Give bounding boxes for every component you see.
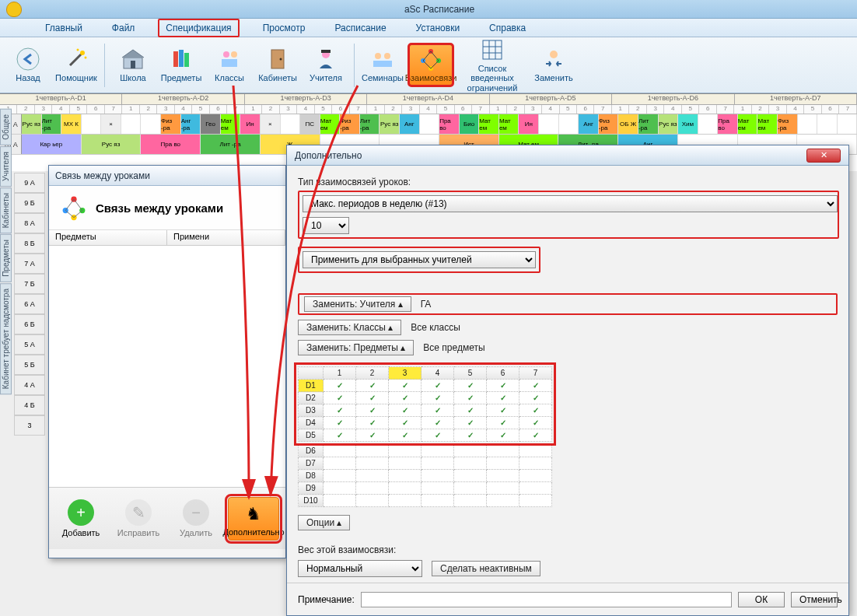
class-label[interactable]: 8 А [14,213,45,233]
change-teachers-button[interactable]: Заменить: Учителя ▴ [304,296,411,312]
menu-спецификация[interactable]: Спецификация [158,19,239,37]
weight-select[interactable]: Нормальный [298,560,422,577]
ribbon-wand[interactable]: Помощник [54,45,98,84]
add-button[interactable]: + Добавить [55,499,107,537]
class-label[interactable]: 6 А [14,294,45,314]
lesson-cell[interactable]: Био [460,114,480,134]
lesson-cell[interactable]: Анг -ра [181,114,201,134]
more-button[interactable]: ♞ Дополнительно [228,497,279,541]
menu-установки[interactable]: Установки [410,20,466,36]
relation-type-select[interactable]: Макс. периодов в неделю (#13) [303,195,838,212]
lesson-cell[interactable]: Физ -ра [340,114,360,134]
lesson-cell[interactable]: Мат ем [757,114,778,134]
class-label[interactable]: 5 А [14,334,45,355]
edit-button[interactable]: ✎ Исправить [113,499,164,537]
menu-расписание[interactable]: Расписание [328,20,392,36]
period-grid-extra[interactable]: D6D7D8D9D10 [298,444,552,507]
ribbon-back[interactable]: Назад [6,45,50,84]
lesson-cell[interactable]: ПС [300,114,320,134]
lesson-cell[interactable] [817,114,838,134]
class-label[interactable]: 8 Б [14,233,45,254]
ribbon-books[interactable]: Предметы [159,45,203,84]
lesson-cell[interactable]: Пра во [439,114,460,134]
ok-button[interactable]: ОК [738,592,785,607]
delete-button[interactable]: − Удалить [170,499,222,537]
apply-to-select[interactable]: Применить для выбранных учителей [303,251,536,268]
lesson-cell[interactable]: Рус яз [659,114,679,134]
ribbon-swap[interactable]: Заменить [532,45,575,84]
ribbon-grid[interactable]: Список введенных ограничений [457,36,527,93]
lesson-cell[interactable]: Пра во [718,114,738,134]
count-select[interactable]: 10 [303,217,349,234]
lesson-cell[interactable]: Ин [519,114,539,134]
class-label[interactable]: 4 А [14,375,45,395]
ribbon-school[interactable]: Школа [111,45,155,84]
lesson-cell[interactable]: Хим [678,114,698,134]
dialog1-body[interactable] [49,246,285,487]
lesson-cell[interactable]: Рус яз [380,114,400,134]
lesson-cell[interactable] [420,114,440,134]
sidetab[interactable]: Предметы [0,234,12,282]
ribbon-teacher[interactable]: Учителя [304,45,348,84]
sidetab[interactable]: Общее [0,109,12,145]
lesson-cell[interactable]: Мат ем [738,114,758,134]
lesson-cell[interactable]: Мат ем [499,114,519,134]
lesson-cell[interactable] [121,114,142,134]
lesson-cell[interactable]: Мат ем [221,114,241,134]
sidetab[interactable]: Учителя [0,146,12,187]
lesson-cell[interactable] [281,114,301,134]
lesson-cell[interactable]: × [101,114,121,134]
lesson-cell[interactable]: Ин [240,114,261,134]
lesson-cell[interactable]: Лит -ра [42,114,62,134]
class-label[interactable]: 4 Б [14,395,45,415]
lesson-cell[interactable] [539,114,559,134]
menu-справка[interactable]: Справка [483,20,532,36]
sidetab[interactable]: Кабинет требует надсмотра [0,283,12,394]
deactivate-button[interactable]: Сделать неактивным [432,561,540,576]
lesson-cell[interactable]: Физ -ра [599,114,619,134]
change-classes-button[interactable]: Заменить: Классы ▴ [298,320,401,335]
lesson-cell[interactable]: Анг [400,114,420,134]
lesson-cell[interactable] [838,114,857,134]
lesson-cell[interactable] [698,114,719,134]
lesson-cell[interactable]: МХ К [61,114,82,134]
options-button[interactable]: Опции ▴ [298,515,350,530]
sidetab[interactable]: Кабинеты [0,187,12,233]
lesson-cell[interactable]: Мат ем [479,114,499,134]
lesson-cell[interactable]: ОБ Ж [618,114,638,134]
lesson-cell[interactable]: Физ -ра [161,114,181,134]
lesson-cell[interactable]: Лит -ра [360,114,380,134]
lesson-cell[interactable]: Лит -ра [201,135,261,154]
lesson-cell[interactable]: Анг [579,114,599,134]
menu-просмотр[interactable]: Просмотр [257,20,312,36]
class-label[interactable]: 3 [14,415,45,436]
class-label[interactable]: 9 Б [14,193,45,213]
class-label[interactable]: 6 Б [14,314,45,334]
lesson-cell[interactable]: Рус яз [82,135,142,154]
cancel-button[interactable]: Отменить [791,592,838,607]
close-button[interactable]: ✕ [806,149,841,163]
class-label[interactable]: 7 Б [14,274,45,294]
period-grid[interactable]: 1234567D1✓✓✓✓✓✓✓D2✓✓✓✓✓✓✓D3✓✓✓✓✓✓✓D4✓✓✓✓… [298,366,552,442]
lesson-cell[interactable]: Пра во [141,135,201,154]
lesson-cell[interactable]: Рус яз [22,114,42,134]
lesson-cell[interactable]: Лит -ра [638,114,659,134]
lesson-cell[interactable]: Физ -ра [778,114,798,134]
lesson-cell[interactable] [798,114,818,134]
change-subjects-button[interactable]: Заменить: Предметы ▴ [298,340,414,355]
ribbon-seminar[interactable]: Семинары [361,45,404,84]
lesson-cell[interactable]: Кар ьер [22,135,82,154]
lesson-cell[interactable] [141,114,161,134]
lesson-cell[interactable] [82,114,102,134]
lesson-cell[interactable]: Гео [201,114,221,134]
class-label[interactable]: 5 Б [14,355,45,375]
lesson-cell[interactable]: Мат ем [320,114,341,134]
class-label[interactable]: 9 А [14,173,45,193]
ribbon-relations[interactable]: Взаимосвязи [409,44,453,85]
lesson-cell[interactable] [559,114,579,134]
menu-файл[interactable]: Файл [106,20,142,36]
class-label[interactable]: 7 А [14,254,45,274]
ribbon-door[interactable]: Кабинеты [256,45,299,84]
note-input[interactable] [361,592,732,607]
ribbon-class[interactable]: Классы [208,45,251,84]
